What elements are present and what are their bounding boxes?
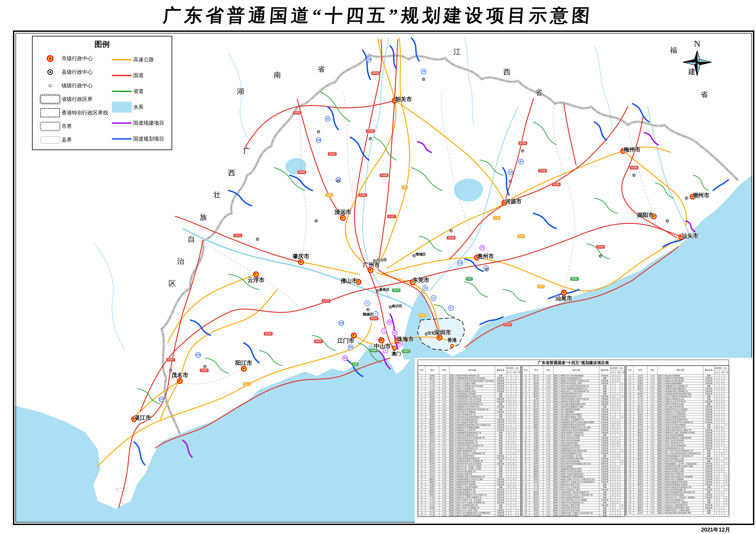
table-cell: 9: [615, 392, 620, 395]
table-cell: 惠州市: [634, 439, 647, 442]
table-cell: [724, 408, 729, 411]
table-cell: 10: [719, 382, 724, 385]
table-cell: [516, 491, 521, 494]
road-shield-G35: G35: [493, 216, 500, 220]
table-cell: 28: [506, 486, 511, 489]
table-cell: 国道G238线龙川县龙母至铁场段: [554, 460, 599, 463]
legend-symbol-water: [110, 102, 133, 113]
table-cell: 国道G238线普宁市甘石径至池尾段: [554, 470, 599, 473]
table-cell: 5: [511, 473, 516, 475]
table-cell: 国道G355线饶平县新丰楼仔至三饶东门段: [658, 429, 703, 431]
table-cell: 升级改造: [599, 382, 610, 385]
table-cell: 12: [715, 421, 719, 424]
table-row: 68阳江市G234国道G234线阳春市春城黎湖至七星段新建1010: [522, 406, 625, 408]
table-cell: 升级改造: [703, 416, 715, 418]
table-cell: G325: [647, 403, 658, 406]
table-cell: 国道G358线怀集县凤岗墟至甘洒墟段: [658, 483, 703, 486]
table-row: 44汕尾市G228国道G228线陆丰上英至海丰城东段新建2828: [418, 486, 521, 489]
table-cell: 新建: [599, 486, 610, 489]
table-row: 138惠州市G355国道G355线龙门县永汉至铁扇关段升级改造88: [626, 444, 729, 447]
road-shield-G325: G325: [314, 339, 323, 343]
table-cell: 国道G207线遂溪县穿城段改线工程: [449, 442, 495, 444]
table-cell: [615, 382, 620, 385]
table-cell: G325: [647, 421, 658, 424]
table-cell: G220: [439, 463, 449, 465]
table-cell: 5: [511, 390, 516, 392]
road-shield-G355: G355: [358, 193, 367, 197]
table-cell: 升级改造: [599, 470, 610, 473]
table-cell: 48: [715, 426, 719, 429]
table-cell: 84: [522, 447, 529, 450]
table-cell: 国道G236线龙川县赤光至丰稔段: [554, 437, 599, 439]
table-row: 81河源市G236国道G236线龙川县丰稔至县城段升级改造1313: [522, 439, 625, 442]
legend-symbol-planned-project: [110, 138, 133, 140]
table-cell: G235: [543, 416, 553, 418]
province-label: 壮: [213, 190, 221, 200]
table-cell: 升级改造: [495, 491, 506, 494]
table-cell: 1: [506, 385, 511, 387]
table-cell: 新建: [495, 437, 506, 439]
table-cell: 1: [511, 377, 516, 380]
table-cell: [620, 380, 625, 382]
table-cell: G325: [647, 413, 658, 416]
table-cell: 新建: [599, 501, 610, 504]
table-cell: [516, 418, 521, 421]
table-cell: 27: [511, 382, 516, 385]
table-cell: G324: [543, 512, 553, 514]
table-cell: 116: [626, 387, 634, 390]
table-cell: 4: [615, 411, 620, 413]
table-cell: [620, 424, 625, 426]
table-cell: 7: [511, 455, 516, 457]
table-cell: 43: [724, 499, 729, 501]
table-cell: 阳江市: [529, 400, 543, 403]
table-cell: 清远市: [634, 475, 647, 478]
table-cell: 国道G220线博罗县龙桥东江大桥新建工程: [449, 460, 495, 463]
table-cell: 9: [719, 509, 724, 512]
table-row: 47东莞市G228国道G228线东莞市塘厦路段大坪立交改造工程原级改造22: [418, 494, 521, 496]
table-cell: 升级改造: [599, 437, 610, 439]
table-cell: G240: [543, 486, 553, 489]
table-cell: 92: [522, 468, 529, 470]
road-shield-G535: G535: [371, 71, 380, 75]
table-cell: 新建: [599, 406, 610, 408]
table-cell: G240: [543, 489, 553, 491]
legend-label-hk-boundary: 香港特别行政区界线: [62, 109, 108, 116]
table-cell: 41: [418, 478, 425, 481]
table-cell: 2: [511, 460, 516, 463]
table-cell: [516, 499, 521, 501]
table-cell: 11: [719, 486, 724, 489]
table-cell: G105: [439, 387, 449, 390]
table-cell: [724, 468, 729, 470]
road-shield-G323: G323: [293, 111, 302, 115]
table-row: 132潮州市G355国道G355线饶平县新丰楼仔至三饶东门段升级改造1010: [626, 429, 729, 431]
table-cell: 64: [522, 395, 529, 398]
table-cell: 惠州市: [634, 385, 647, 387]
table-cell: 原级改造: [703, 434, 715, 437]
table-cell: 国道G325线电白区观珠和平至水林路路口段: [658, 421, 703, 424]
table-cell: 惠州市: [425, 452, 439, 455]
table-cell: 肇庆市: [529, 395, 543, 398]
table-cell: 8: [506, 398, 511, 400]
town-center-icon: [49, 84, 52, 87]
table-cell: 原级改造: [495, 377, 506, 380]
county-marker: [317, 130, 320, 133]
table-cell: 升级改造: [599, 468, 610, 470]
table-cell: 升级改造: [599, 398, 610, 400]
table-cell: 国道G228线惠来县靖海月山至石化大道段: [449, 478, 495, 481]
table-cell: 茂名市: [634, 421, 647, 424]
table-cell: [620, 442, 625, 444]
table-cell: [719, 496, 724, 499]
table-cell: 国道G355线怀集县城高凤至大岭段改线工程: [658, 455, 703, 457]
table-cell: 国道G323线连州市半岭至元村段: [554, 509, 599, 512]
table-cell: 12: [715, 413, 719, 416]
table-cell: 12: [615, 400, 620, 403]
table-cell: 茂名市: [634, 489, 647, 491]
table-cell: 19: [511, 434, 516, 437]
table-cell: [516, 439, 521, 442]
table-cell: G324: [647, 374, 658, 377]
table-cell: 11: [715, 377, 719, 380]
table-cell: [516, 447, 521, 450]
table-cell: 茂名市: [634, 416, 647, 418]
table-cell: G358: [647, 481, 658, 483]
project-badge-16: 16: [508, 170, 513, 175]
